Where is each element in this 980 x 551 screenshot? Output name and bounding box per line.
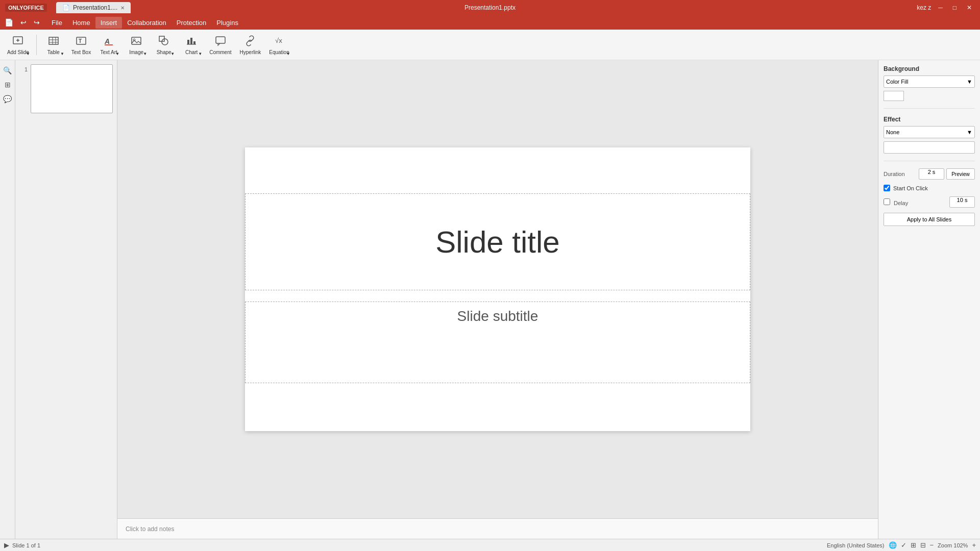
effect-arrow: ▼ — [967, 129, 972, 135]
slide-subtitle-box[interactable]: Slide subtitle — [245, 302, 750, 383]
side-tools: 🔍 ⊞ 💬 — [0, 60, 15, 539]
sep-1 — [884, 108, 975, 109]
spell-check-icon[interactable]: ✓ — [901, 541, 906, 549]
statusbar-right: English (United States) 🌐 ✓ ⊞ ⊟ − Zoom 1… — [827, 541, 976, 549]
shape-button[interactable]: Shape ▼ — [151, 32, 177, 58]
file-icon[interactable]: 📄 — [2, 17, 16, 28]
hyperlink-button[interactable]: Hyperlink — [237, 32, 264, 58]
tab-area: 📄 Presentation1.... ✕ — [56, 2, 131, 13]
textbox-button[interactable]: T Text Box — [68, 32, 94, 58]
search-side-icon[interactable]: 🔍 — [1, 64, 14, 77]
delay-label: Delay — [884, 198, 908, 206]
fit-slide-icon[interactable]: ⊞ — [911, 541, 916, 549]
app-logo: ONLYOFFICE — [5, 4, 47, 12]
language-icon[interactable]: 🌐 — [889, 541, 897, 549]
minimize-button[interactable]: ─ — [935, 3, 946, 12]
notes-area[interactable]: Click to add notes — [117, 518, 878, 539]
duration-row: Duration 2 s Preview — [884, 168, 975, 180]
apply-all-slides-button[interactable]: Apply to All Slides — [884, 213, 975, 226]
menu-collaboration[interactable]: Collaboration — [122, 17, 172, 29]
duration-label: Duration — [884, 171, 905, 177]
image-button[interactable]: Image ▼ — [124, 32, 149, 58]
effect-value: None — [886, 129, 899, 135]
slides-list: 1 — [15, 60, 117, 539]
redo-icon[interactable]: ↪ — [31, 17, 42, 28]
chart-icon — [185, 35, 198, 48]
add-slide-button[interactable]: Add Slide ▼ — [4, 32, 32, 58]
svg-rect-16 — [187, 40, 189, 44]
start-on-click-checkbox[interactable] — [884, 185, 890, 191]
effect-input[interactable] — [884, 141, 975, 154]
close-button[interactable]: ✕ — [964, 3, 975, 12]
hyperlink-icon — [244, 35, 256, 48]
tab-icon: 📄 — [62, 4, 70, 11]
document-tab[interactable]: 📄 Presentation1.... ✕ — [56, 2, 131, 13]
svg-rect-17 — [190, 38, 192, 44]
background-color-row — [884, 91, 975, 101]
textart-label: Text Art — [100, 49, 117, 55]
background-section: Background Color Fill ▼ — [884, 65, 975, 101]
svg-rect-20 — [216, 37, 225, 43]
comment-button[interactable]: Comment — [206, 32, 234, 58]
toolbar-sep-1 — [36, 35, 37, 55]
background-fill-arrow: ▼ — [967, 79, 972, 85]
delay-input[interactable]: 10 s — [949, 196, 975, 208]
hyperlink-label: Hyperlink — [240, 49, 261, 55]
user-initials: kez z — [917, 4, 931, 11]
chart-button[interactable]: Chart ▼ — [179, 32, 204, 58]
effect-select[interactable]: None ▼ — [884, 126, 975, 138]
menu-plugins[interactable]: Plugins — [211, 17, 243, 29]
zoom-out-icon[interactable]: − — [930, 541, 934, 549]
table-button[interactable]: Table ▼ — [41, 32, 66, 58]
background-color-box[interactable] — [884, 91, 904, 101]
textart-icon: A — [103, 35, 115, 48]
slides-side-icon[interactable]: ⊞ — [3, 79, 13, 91]
slide-number-1: 1 — [19, 66, 28, 72]
equation-button[interactable]: √x Equation ▼ — [266, 32, 292, 58]
svg-point-14 — [162, 39, 168, 45]
comments-side-icon[interactable]: 💬 — [1, 93, 14, 105]
shape-arrow: ▼ — [170, 52, 175, 56]
slide-thumbnail-1[interactable] — [31, 64, 113, 113]
shape-label: Shape — [157, 49, 172, 55]
background-fill-select[interactable]: Color Fill ▼ — [884, 76, 975, 88]
statusbar-left: ▶ Slide 1 of 1 — [4, 541, 40, 549]
tab-close-button[interactable]: ✕ — [120, 5, 125, 11]
quick-access: 📄 ↩ ↪ — [2, 17, 42, 28]
slide-title-box[interactable]: Slide title — [245, 193, 750, 290]
textbox-label: Text Box — [71, 49, 91, 55]
svg-rect-3 — [49, 37, 58, 44]
chart-arrow: ▼ — [198, 52, 202, 56]
menu-insert[interactable]: Insert — [95, 17, 122, 29]
menu-protection[interactable]: Protection — [172, 17, 212, 29]
slideshow-icon[interactable]: ▶ — [4, 541, 9, 549]
menu-file[interactable]: File — [46, 17, 67, 29]
slide-canvas-area[interactable]: Slide title Slide subtitle — [117, 60, 878, 518]
comment-icon — [214, 35, 227, 48]
background-label: Background — [884, 65, 975, 72]
textbox-icon: T — [75, 35, 87, 48]
maximize-button[interactable]: □ — [950, 3, 960, 12]
titlebar-left: ONLYOFFICE 📄 Presentation1.... ✕ — [5, 2, 131, 13]
menu-home[interactable]: Home — [67, 17, 95, 29]
notes-placeholder: Click to add notes — [126, 525, 174, 533]
svg-text:A: A — [104, 37, 110, 45]
delay-checkbox[interactable] — [884, 198, 890, 205]
textart-button[interactable]: A Text Art ▼ — [96, 32, 121, 58]
undo-icon[interactable]: ↩ — [18, 17, 29, 28]
toolbar: Add Slide ▼ Table ▼ T Text Box A — [0, 30, 980, 60]
slide-title-text: Slide title — [435, 224, 559, 260]
svg-text:√x: √x — [275, 37, 282, 44]
svg-rect-18 — [193, 41, 195, 44]
image-arrow: ▼ — [143, 52, 147, 56]
grid-view-icon[interactable]: ⊟ — [920, 541, 926, 549]
zoom-in-icon[interactable]: + — [972, 541, 976, 549]
textart-arrow: ▼ — [115, 52, 119, 56]
language-info: English (United States) — [827, 542, 885, 548]
add-slide-icon — [12, 35, 24, 48]
menu-items: File Home Insert Collaboration Protectio… — [46, 17, 243, 29]
shape-icon — [158, 35, 170, 48]
duration-input[interactable]: 2 s — [919, 168, 944, 180]
preview-button[interactable]: Preview — [946, 168, 975, 180]
equation-icon: √x — [273, 35, 285, 48]
